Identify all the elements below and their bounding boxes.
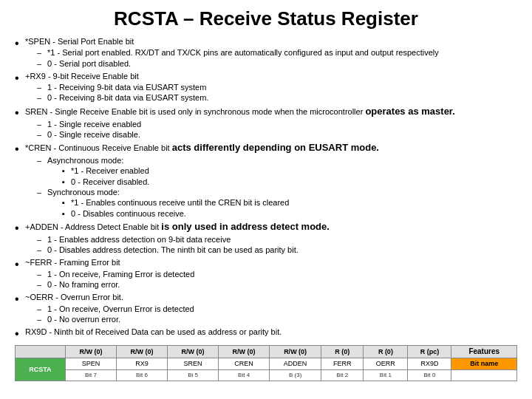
bit-num-5: Bit 2 [321,370,364,381]
col-header-4: R/W (0) [270,346,321,358]
bit-name-1: RX9 [116,358,167,370]
bullet-symbol: • [15,221,25,235]
list-item: • *SPEN - Serial Port Enable bit – *1 - … [15,36,517,69]
sub-list: – 1 - Enables address detection on 9-bit… [37,234,517,256]
content-area: • *SPEN - Serial Port Enable bit – *1 - … [15,36,517,341]
list-item: • ~OERR - Overrun Error bit. – 1 - On re… [15,292,517,324]
sub-list-item: – Asynchronous mode: ▪ *1 - Receiver ena… [37,155,517,187]
bit-num-3: Bit 4 [219,370,270,381]
sub-list-item: – 1 - On receive, Overrun Error is detec… [37,304,517,314]
table-row-bitnames: RCSTA SPEN RX9 SREN CREN ADDEN FERR OERR… [16,358,517,370]
sub-list: – 1 - On receive, Framing Error is detec… [37,269,517,290]
bit-name-3: CREN [219,358,270,370]
list-item: • SREN - Single Receive Enable bit is us… [15,106,517,140]
bullet-title: *SPEN - Serial Port Enable bit [25,37,134,46]
col-header-3: R/W (0) [219,346,270,358]
bit-name-6: OERR [364,358,408,370]
list-item: • +ADDEN - Address Detect Enable bit is … [15,221,517,255]
bit-name-label: Bit name [451,358,517,370]
table-row-bitnumbers: Bit 7 Bit 6 Bi 5 Bit 4 B (3) Bit 2 Bit 1… [16,370,517,381]
col-header-0: R/W (0) [65,346,116,358]
table-header-row: R/W (0) R/W (0) R/W (0) R/W (0) R/W (0) … [16,346,517,358]
bullet-symbol: • [15,292,25,306]
bullet-title: SREN - Single Receive Enable bit is used… [25,107,455,116]
sub-list-item: – 0 - Serial port disabled. [37,58,517,69]
bit-num-4: B (3) [270,370,321,381]
bullet-symbol: • [15,36,25,50]
register-table-wrapper: R/W (0) R/W (0) R/W (0) R/W (0) R/W (0) … [15,345,517,381]
col-header-features: Features [451,346,517,358]
bullet-title: +RX9 - 9-bit Receive Enable bit [25,72,139,81]
bit-name-7: RX9D [408,358,451,370]
bullet-title: ~OERR - Overrun Error bit. [25,293,123,301]
bullet-symbol: • [15,142,25,156]
sub-list: – *1 - Serial port enabled. RX/DT and TX… [37,47,517,69]
sub-list: – 1 - Single receive enabled – 0 - Singl… [37,119,517,140]
sub-list-item: – 1 - Enables address detection on 9-bit… [37,234,517,245]
sub-list-item: – Synchronous mode: ▪ *1 - Enables conti… [37,187,517,219]
sub-list-item: – 1 - On receive, Framing Error is detec… [37,269,517,279]
sub-list-item: – 0 - Disables address detection. The ni… [37,245,517,255]
list-item: • *CREN - Continuous Receive Enable bit … [15,142,517,219]
sub-list: – Asynchronous mode: ▪ *1 - Receiver ena… [37,155,517,219]
sub-list-item: – 0 - No framing error. [37,279,517,290]
sub-list: – 1 - On receive, Overrun Error is detec… [37,304,517,325]
bit-name-0: SPEN [65,358,116,370]
bit-num-0: Bit 7 [65,370,116,381]
bit-name-5: FERR [321,358,364,370]
sub-list-item: – 1 - Single receive enabled [37,119,517,129]
bit-name-2: SREN [168,358,219,370]
bit-num-6: Bit 1 [364,370,408,381]
bullet-title: +ADDEN - Address Detect Enable bit is on… [25,222,330,231]
col-header-5: R (0) [321,346,364,358]
bit-name-4: ADDEN [270,358,321,370]
bullet-title: *CREN - Continuous Receive Enable bit ac… [25,143,379,152]
sub-list-item: – 1 - Receiving 9-bit data via EUSART sy… [37,82,517,92]
sub-list-item: – 0 - Single receive disable. [37,129,517,140]
bullet-title: ~FERR - Framing Error bit [25,258,120,267]
sub-list-item: – *1 - Serial port enabled. RX/DT and TX… [37,47,517,58]
col-header-1: R/W (0) [116,346,167,358]
sub-list-item: – 0 - No overrun error. [37,314,517,324]
bit-num-2: Bi 5 [168,370,219,381]
col-header-2: R/W (0) [168,346,219,358]
bit-num-7: Bit 0 [408,370,451,381]
sub-list: – 1 - Receiving 9-bit data via EUSART sy… [37,82,517,103]
bullet-symbol: • [15,257,25,271]
list-item: • ~FERR - Framing Error bit – 1 - On rec… [15,257,517,290]
col-header-7: R (pc) [408,346,451,358]
register-table: R/W (0) R/W (0) R/W (0) R/W (0) R/W (0) … [15,345,517,381]
list-item: • RX9D - Ninth bit of Received Data can … [15,327,517,341]
bullet-symbol: • [15,106,25,120]
col-header-6: R (0) [364,346,408,358]
bit-num-empty [451,370,517,381]
bullet-symbol: • [15,71,25,85]
sub-list-item: – 0 - Receiving 8-bit data via EUSART sy… [37,92,517,103]
list-item: • +RX9 - 9-bit Receive Enable bit – 1 - … [15,71,517,103]
bit-num-1: Bit 6 [116,370,167,381]
bullet-symbol: • [15,327,25,341]
bullet-title: RX9D - Ninth bit of Received Data can be… [25,327,282,336]
register-name-header [16,346,66,358]
page-title: RCSTA – Receive Status Register [15,7,517,30]
register-name-cell: RCSTA [16,358,66,381]
